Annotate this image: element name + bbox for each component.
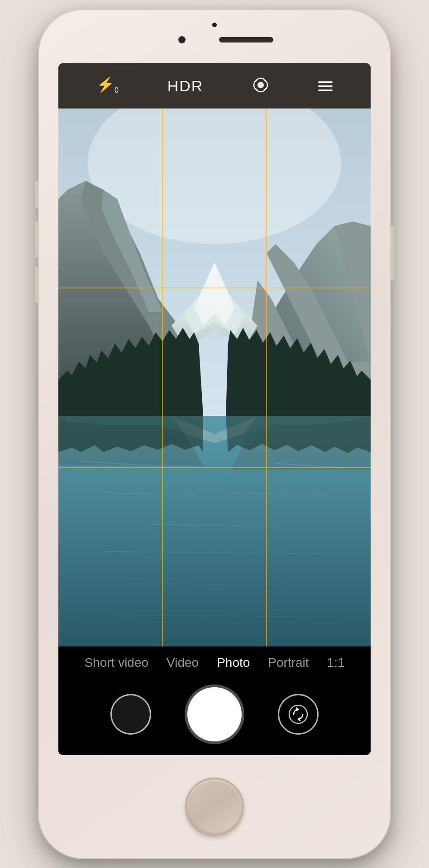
mode-tab-short-video[interactable]: Short video bbox=[84, 656, 148, 670]
volume-up-button[interactable] bbox=[34, 222, 38, 258]
home-button[interactable] bbox=[185, 778, 244, 836]
volume-down-button[interactable] bbox=[34, 267, 38, 303]
power-button[interactable] bbox=[391, 226, 395, 280]
camera-bottom-controls: Short video Video Photo Portrait 1:1 bbox=[58, 646, 371, 755]
camera-viewfinder[interactable] bbox=[58, 108, 371, 646]
top-sensor bbox=[212, 23, 217, 27]
live-photo-icon[interactable] bbox=[252, 76, 269, 96]
phone-top-area bbox=[38, 9, 391, 63]
camera-mode-tabs: Short video Video Photo Portrait 1:1 bbox=[58, 656, 371, 670]
shutter-button[interactable] bbox=[187, 687, 242, 741]
menu-icon[interactable] bbox=[318, 81, 333, 91]
home-button-area bbox=[38, 755, 391, 859]
mode-tab-square[interactable]: 1:1 bbox=[327, 656, 345, 670]
speaker-grill bbox=[219, 37, 273, 42]
mode-tab-portrait[interactable]: Portrait bbox=[268, 656, 309, 670]
mode-tab-video[interactable]: Video bbox=[167, 656, 199, 670]
phone-frame: ⚡0 HDR bbox=[38, 9, 391, 859]
svg-point-0 bbox=[257, 82, 264, 88]
flip-camera-button[interactable] bbox=[278, 694, 319, 735]
camera-shutter-area bbox=[58, 687, 371, 741]
hdr-button[interactable]: HDR bbox=[167, 78, 204, 94]
svg-point-28 bbox=[289, 705, 307, 723]
mute-button[interactable] bbox=[34, 181, 38, 208]
flash-icon[interactable]: ⚡0 bbox=[96, 77, 119, 94]
camera-topbar: ⚡0 HDR bbox=[58, 63, 371, 108]
front-camera bbox=[178, 36, 186, 43]
gallery-button[interactable] bbox=[110, 694, 151, 735]
phone-screen: ⚡0 HDR bbox=[58, 63, 371, 755]
mode-tab-photo[interactable]: Photo bbox=[217, 656, 250, 670]
